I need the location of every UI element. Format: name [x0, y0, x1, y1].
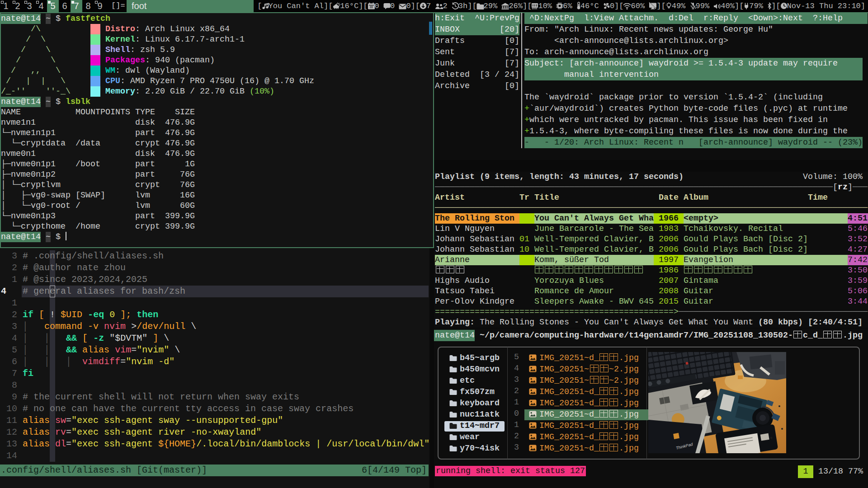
svg-text:A: A — [606, 5, 608, 8]
